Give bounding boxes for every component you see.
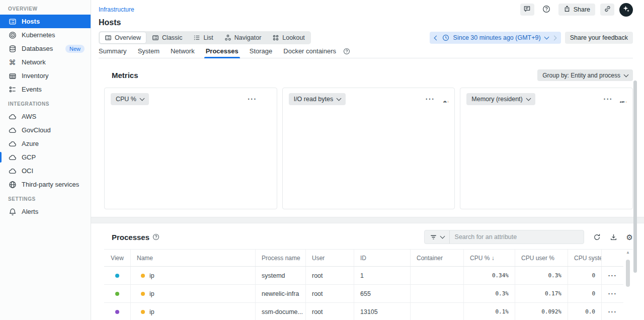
column-header-cpu-user-[interactable]: CPU user % (515, 250, 568, 266)
processes-help-icon[interactable] (152, 233, 159, 241)
metric-selector[interactable]: Memory (resident) (466, 93, 535, 105)
chart-menu-icon[interactable]: ··· (604, 96, 613, 103)
sidebar-item-alerts[interactable]: Alerts (0, 205, 91, 218)
table-scrollbar[interactable]: ▲ ▼ (625, 251, 630, 320)
column-header-user[interactable]: User (305, 250, 354, 266)
time-forward-icon[interactable] (551, 35, 556, 40)
time-picker[interactable]: Since 30 minutes ago (GMT+9) (430, 32, 561, 44)
name-cell[interactable]: ip (130, 303, 255, 320)
tabs-help-icon[interactable] (343, 48, 350, 55)
sidebar-item-govcloud[interactable]: GovCloud (0, 123, 91, 137)
cloud-icon (8, 153, 17, 162)
search-input[interactable] (450, 233, 584, 241)
column-header-container[interactable]: Container (410, 250, 463, 266)
refresh-button[interactable] (593, 233, 601, 241)
sidebar-item-kubernetes[interactable]: Kubernetes (0, 28, 91, 42)
view-switcher-list[interactable]: List (188, 32, 218, 43)
chart-card-memory-resident-: Memory (resident)···45 M40 M35 M30 M25 M… (460, 88, 633, 209)
expand-icon[interactable]: 45 M40 M35 M30 M25 M20 M15 M10 M5 M020pm… (620, 96, 626, 103)
cpu-system-cell: 0 (568, 267, 601, 284)
ai-assistant-button[interactable] (619, 3, 633, 17)
help-button[interactable] (539, 4, 553, 16)
app-root: OVERVIEWHostsKubernetesDatabasesNew⌘Netw… (0, 0, 644, 320)
process-name-cell: newrelic-infra (255, 285, 305, 302)
share-feedback-button[interactable]: Share your feedback (565, 32, 633, 44)
group-by-button[interactable]: Group by: Entity and process (537, 69, 633, 81)
row-actions-cell: ··· (601, 303, 623, 320)
view-switcher-overview[interactable]: Overview (100, 32, 146, 43)
metric-selector-label: I/O read bytes (294, 96, 334, 103)
processes-section: Processes (91, 230, 644, 320)
breadcrumb[interactable]: Infrastructure (99, 6, 134, 13)
sidebar-item-events[interactable]: Events (0, 83, 91, 96)
sidebar-item-gcp[interactable]: GCP (0, 150, 91, 164)
column-header-process-name[interactable]: Process name (255, 250, 305, 266)
chart-menu-icon[interactable]: ··· (248, 96, 257, 103)
sidebar-item-databases[interactable]: DatabasesNew (0, 42, 91, 55)
row-menu-icon[interactable]: ··· (608, 272, 617, 279)
view-cell[interactable] (104, 267, 130, 284)
scroll-content: Metrics Group by: Entity and process CPU… (91, 58, 644, 320)
page-scroll-thumb[interactable] (633, 81, 637, 273)
sidebar-item-hosts[interactable]: Hosts (0, 15, 91, 28)
sidebar-item-oci[interactable]: OCI (0, 164, 91, 178)
tab-summary[interactable]: Summary (99, 44, 127, 58)
column-header-cpu-[interactable]: CPU % ↓ (463, 250, 515, 266)
chevron-down-icon (140, 96, 145, 101)
sidebar-item-label: GCP (22, 153, 36, 161)
view-switcher-lookout[interactable]: Lookout (267, 32, 309, 43)
view-switcher-label: Lookout (282, 34, 304, 41)
feedback-comment-button[interactable] (520, 4, 534, 16)
cpu-user-cell: 0.3% (515, 267, 568, 284)
table-row[interactable]: ipssm-docume...root131050.1%0.092%0.0··· (104, 303, 623, 320)
name-cell[interactable]: ip (130, 285, 255, 302)
expand-icon[interactable]: 9 M8 M7 M6 M5 M4 M3 M2 M1 M020pm1:25pm1:… (442, 96, 448, 103)
table-row[interactable]: ipnewrelic-infraroot6550.3%0.17%0··· (104, 285, 623, 303)
table-scroll-thumb[interactable] (626, 260, 630, 287)
status-dot (141, 274, 145, 278)
share-button[interactable]: Share (558, 4, 595, 16)
column-header-cpu-syste[interactable]: CPU syste (568, 250, 601, 266)
row-menu-icon[interactable]: ··· (608, 308, 617, 315)
column-header-name[interactable]: Name (130, 250, 255, 266)
tab-storage[interactable]: Storage (250, 44, 273, 58)
sidebar-item-inventory[interactable]: Inventory (0, 69, 91, 83)
tab-docker-containers[interactable]: Docker containers (283, 44, 336, 58)
time-back-icon[interactable] (434, 35, 439, 40)
metric-selector-label: CPU % (116, 96, 136, 103)
download-button[interactable] (610, 233, 617, 241)
name-cell[interactable]: ip (130, 267, 255, 284)
view-cell[interactable] (104, 285, 130, 302)
row-menu-icon[interactable]: ··· (608, 290, 617, 297)
sidebar-item-third-party-services[interactable]: Third-party services (0, 178, 91, 191)
column-header-view[interactable]: View (104, 250, 130, 266)
expand-icon[interactable]: 21.510.50-0.520pm1:25pm1:30pm1:35pm1:40p… (264, 96, 271, 103)
table-row[interactable]: ipsystemdroot10.34%0.3%0··· (104, 267, 623, 285)
scroll-up-icon[interactable]: ▲ (626, 251, 630, 255)
sidebar-item-aws[interactable]: AWS (0, 110, 91, 123)
navigator-icon (224, 34, 231, 41)
column-header-actions[interactable] (601, 250, 623, 266)
row-actions-cell: ··· (601, 267, 623, 284)
tab-network[interactable]: Network (171, 44, 195, 58)
user-cell: root (305, 303, 354, 320)
view-cell[interactable] (104, 303, 130, 320)
tab-processes[interactable]: Processes (206, 44, 238, 58)
table-settings-button[interactable]: ⚙ (626, 233, 633, 241)
sidebar-section-label: INTEGRATIONS (0, 96, 91, 110)
chart-menu-icon[interactable]: ··· (426, 96, 435, 103)
sidebar-item-azure[interactable]: Azure (0, 137, 91, 150)
chevron-down-icon (624, 72, 629, 77)
view-switcher: OverviewClassicListNavigatorLookout (99, 31, 311, 44)
view-switcher-navigator[interactable]: Navigator (219, 32, 267, 43)
metric-selector[interactable]: I/O read bytes (289, 93, 346, 105)
sidebar-item-network[interactable]: ⌘Network (0, 55, 91, 69)
tab-system[interactable]: System (138, 44, 159, 58)
column-header-id[interactable]: ID (354, 250, 410, 266)
sidebar-item-label: Third-party services (22, 181, 79, 188)
view-switcher-classic[interactable]: Classic (147, 32, 187, 43)
page-header: Infrastructure Share Hosts OverviewClass… (91, 0, 644, 58)
filter-button[interactable] (425, 230, 450, 244)
copy-link-button[interactable] (600, 4, 614, 16)
metric-selector[interactable]: CPU % (111, 93, 149, 105)
